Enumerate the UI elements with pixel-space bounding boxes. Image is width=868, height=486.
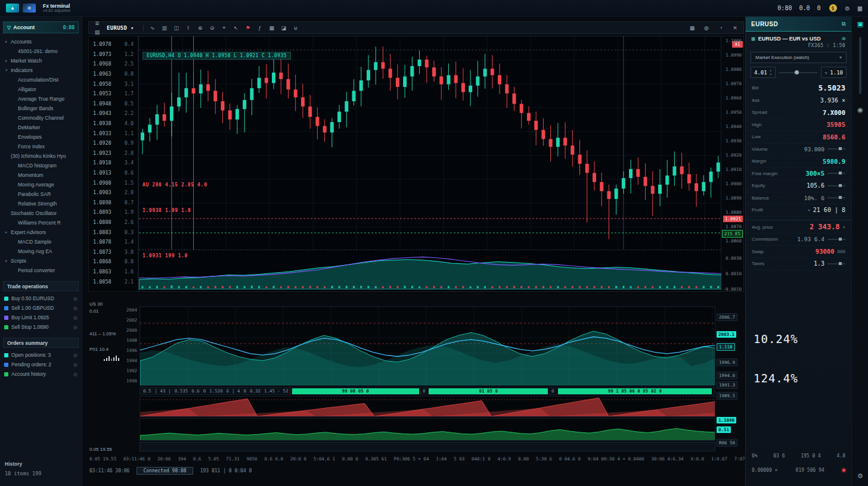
sidebar-item-parabolic-sar[interactable]: Parabolic SAR bbox=[0, 189, 82, 199]
dom-row[interactable]: 1.08733.8 bbox=[89, 247, 138, 257]
dom-row[interactable]: 1.09032.0 bbox=[89, 188, 138, 198]
line-chart-icon[interactable]: ⌇ bbox=[184, 23, 193, 32]
dom-row[interactable]: 1.09682.5 bbox=[89, 59, 138, 69]
dom-row[interactable]: 1.08980.7 bbox=[89, 198, 138, 208]
sidebar-item-momentum[interactable]: Momentum bbox=[0, 170, 82, 180]
slider-handle[interactable] bbox=[795, 70, 799, 74]
mini-slider[interactable] bbox=[827, 197, 845, 198]
mini-slider[interactable] bbox=[827, 148, 845, 149]
volume-input[interactable]: 4.01▴▾ bbox=[751, 67, 776, 78]
dom-row[interactable]: 1.08931.9 bbox=[89, 207, 138, 217]
price-axis[interactable]: A1 1.0921 215 E5 1.10001.09901.09801.097… bbox=[721, 36, 744, 292]
dom-row[interactable]: 1.09331.1 bbox=[89, 128, 138, 138]
sidebar-item-moving-avg-ea[interactable]: Moving Avg EA bbox=[0, 247, 82, 256]
dom-row[interactable]: 1.08830.3 bbox=[89, 227, 138, 237]
timer-icon[interactable]: ◔ bbox=[716, 23, 726, 32]
dom-row[interactable]: 1.09130.6 bbox=[89, 168, 138, 178]
sidebar-item-expert-advisors[interactable]: ▸Expert Advisors bbox=[0, 228, 82, 237]
sidebar-item-relative-strength[interactable]: Relative Strength bbox=[0, 199, 82, 208]
dom-row[interactable]: 1.09432.2 bbox=[89, 108, 138, 119]
dom-row[interactable]: 1.09480.5 bbox=[89, 99, 138, 109]
list-item[interactable]: Pending orders: 2◎ bbox=[0, 360, 82, 369]
logo-chart-icon[interactable]: ▲ bbox=[6, 4, 19, 13]
objects-icon[interactable]: ◪ bbox=[279, 23, 289, 32]
sidebar-item-alligator[interactable]: Alligator bbox=[0, 85, 82, 94]
mention-icon[interactable]: ◎ bbox=[73, 372, 78, 377]
cursor-icon[interactable]: ↖ bbox=[231, 23, 241, 32]
list-item[interactable]: Sell 1.00 GBPUSD◎ bbox=[0, 303, 82, 313]
execution-select[interactable]: Market Execution (watch) ▾ bbox=[751, 52, 847, 63]
sidebar-item--30-ichimoku-kinko-hyo[interactable]: (30) Ichimoku Kinko Hyo bbox=[0, 151, 82, 161]
bar-chart-icon[interactable]: ▥ bbox=[160, 23, 169, 32]
sidebar-item-force-index[interactable]: Force Index bbox=[0, 142, 82, 151]
sidebar-item-moving-average[interactable]: Moving Average bbox=[0, 180, 82, 189]
mention-icon[interactable]: ◎ bbox=[73, 315, 78, 320]
dom-row[interactable]: 1.09232.8 bbox=[89, 148, 138, 158]
mention-icon[interactable]: ◎ bbox=[73, 362, 78, 367]
mini-slider[interactable] bbox=[827, 173, 845, 174]
sidebar-item-market-watch[interactable]: ▸Market Watch bbox=[0, 56, 82, 66]
sidebar-item-demarker[interactable]: DeMarker bbox=[0, 123, 82, 132]
list-item[interactable]: Open positions: 3◎ bbox=[0, 350, 82, 360]
list-item[interactable]: Sell Stop 1.0890◎ bbox=[0, 322, 82, 332]
menu-icon[interactable]: ≣ bbox=[92, 19, 102, 28]
dom-row[interactable]: 1.08582.1 bbox=[89, 276, 138, 286]
dom-row[interactable]: 1.09081.5 bbox=[89, 177, 138, 188]
zoom-out-icon[interactable]: ⊖ bbox=[207, 23, 217, 32]
dom-row[interactable]: 1.09780.4 bbox=[89, 39, 138, 49]
record-icon[interactable]: ◍ bbox=[702, 23, 711, 32]
tick-chart-icon[interactable]: ∿ bbox=[148, 23, 157, 32]
dom-row[interactable]: 1.08882.6 bbox=[89, 217, 138, 228]
mention-icon[interactable]: ◎ bbox=[73, 325, 78, 330]
oscillator-subchart[interactable] bbox=[139, 250, 722, 289]
main-chart[interactable]: EURUSD,H4 O 1.0940 H 1.0958 L 1.0921 C 1… bbox=[138, 36, 721, 292]
magnet-icon[interactable]: ⊎ bbox=[291, 23, 300, 32]
sidebar-item-45001-291-demo[interactable]: 45001-291: demo bbox=[0, 46, 82, 56]
apps-grid-icon[interactable]: ▦ bbox=[858, 4, 862, 13]
mini-slider[interactable] bbox=[827, 185, 845, 186]
mention-icon[interactable]: ◎ bbox=[73, 306, 78, 311]
candlestick-icon[interactable]: ◫ bbox=[172, 23, 181, 32]
sidebar-item-macd-sample[interactable]: MACD Sample bbox=[0, 237, 82, 247]
logo-wave-icon[interactable]: ≋ bbox=[23, 4, 36, 13]
dom-row[interactable]: 1.09731.2 bbox=[89, 49, 138, 60]
list-item[interactable]: Account history◎ bbox=[0, 369, 82, 379]
sidebar-item-macd-histogram[interactable]: MACD histogram bbox=[0, 161, 82, 170]
scrollbar-thumb[interactable] bbox=[859, 37, 861, 94]
dom-row[interactable]: 1.09280.9 bbox=[89, 138, 138, 148]
dom-row[interactable]: 1.09183.4 bbox=[89, 158, 138, 168]
trade-panel-header[interactable]: EURUSD ⧉ bbox=[746, 17, 851, 32]
history-label[interactable]: History bbox=[5, 461, 41, 467]
dom-row[interactable]: 1.09583.1 bbox=[89, 79, 138, 89]
layout-icon[interactable]: ▦ bbox=[687, 23, 697, 32]
copy-icon[interactable]: ⧉ bbox=[842, 21, 846, 27]
settings-gear-icon[interactable]: ⚙ bbox=[845, 4, 850, 13]
sidebar-item-accumulation-dist[interactable]: Accumulation/Dist bbox=[0, 75, 82, 85]
mini-chart-icon[interactable]: ≋ bbox=[841, 36, 846, 42]
sidebar-item-williams-percent-r[interactable]: Williams Percent R bbox=[0, 218, 82, 228]
mini-slider[interactable] bbox=[827, 239, 845, 240]
dom-row[interactable]: 1.09384.0 bbox=[89, 119, 138, 129]
step-input[interactable]: +1.10 bbox=[821, 67, 847, 78]
mention-icon[interactable]: ◎ bbox=[73, 296, 78, 301]
panel-toggle-icon[interactable]: ▣ bbox=[852, 20, 868, 28]
dom-row[interactable]: 1.09531.7 bbox=[89, 89, 138, 99]
sidebar-item-accounts[interactable]: ▸Accounts bbox=[0, 37, 82, 46]
volume-green-chart[interactable] bbox=[140, 418, 715, 441]
list-item[interactable]: Buy Limit 1.0925◎ bbox=[0, 313, 82, 322]
grid-icon[interactable]: ▦ bbox=[267, 23, 277, 32]
dom-row[interactable]: 1.08680.8 bbox=[89, 257, 138, 267]
dom-row[interactable]: 1.09630.8 bbox=[89, 69, 138, 79]
sidebar-item-indicators[interactable]: ▾Indicators bbox=[0, 66, 82, 75]
zoom-in-icon[interactable]: ⊕ bbox=[196, 23, 205, 32]
candlestick-chart[interactable] bbox=[139, 36, 722, 250]
mention-icon[interactable]: ◎ bbox=[73, 353, 78, 358]
sidebar-item-period-converter[interactable]: Period converter bbox=[0, 266, 82, 275]
dom-row[interactable]: 1.08631.6 bbox=[89, 267, 138, 277]
sidebar-item-scripts[interactable]: ▸Scripts bbox=[0, 256, 82, 266]
sidebar-header[interactable]: ▽ Account 0:80 bbox=[3, 21, 79, 33]
symbol-selector[interactable]: EURUSD ▾ bbox=[104, 25, 139, 31]
indicator-line-chart[interactable] bbox=[140, 306, 715, 386]
sidebar-item-bollinger-bands[interactable]: Bollinger Bands bbox=[0, 104, 82, 113]
flag-icon[interactable]: ⚑ bbox=[243, 23, 253, 32]
